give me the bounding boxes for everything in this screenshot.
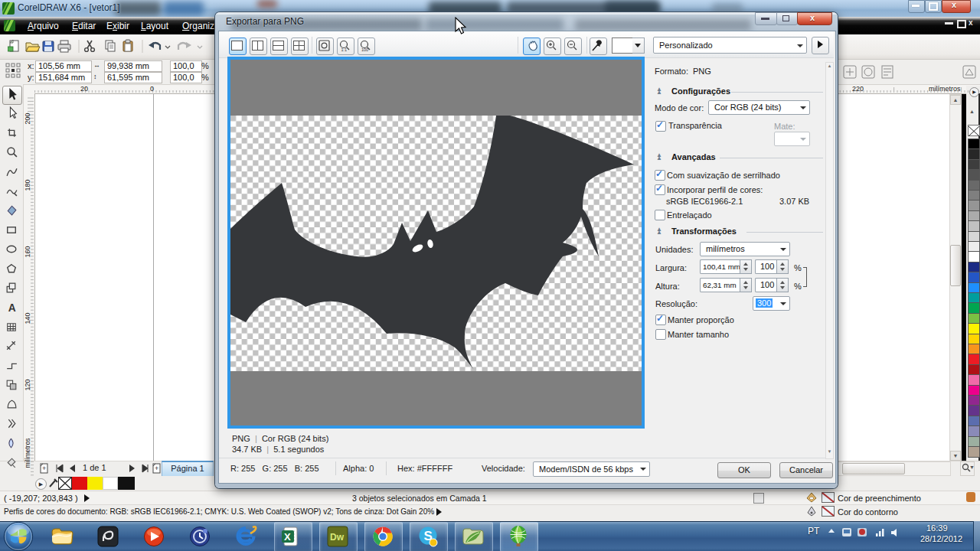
svg-text:20: 20 <box>80 85 88 93</box>
svg-text:100: 100 <box>361 47 368 52</box>
svg-text:+: + <box>155 465 158 472</box>
svg-text:180: 180 <box>24 179 31 191</box>
svg-text:A: A <box>8 302 16 314</box>
svg-text:160: 160 <box>24 246 31 257</box>
svg-text:200: 200 <box>24 112 31 124</box>
svg-text:milímetros: milímetros <box>24 438 31 468</box>
svg-text:+: + <box>42 465 46 472</box>
svg-text:120: 120 <box>24 379 31 390</box>
svg-text:220: 220 <box>852 85 864 93</box>
svg-text:Dw: Dw <box>330 532 345 543</box>
svg-text:140: 140 <box>24 312 31 324</box>
svg-text:milímetros: milímetros <box>929 85 961 93</box>
svg-text:1:1: 1:1 <box>341 47 348 52</box>
svg-text:0: 0 <box>150 85 154 93</box>
svg-text:X: X <box>284 531 291 543</box>
